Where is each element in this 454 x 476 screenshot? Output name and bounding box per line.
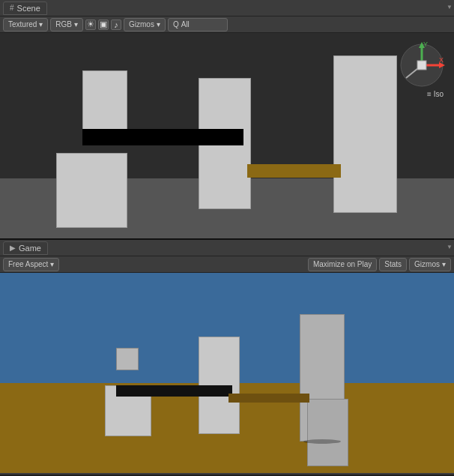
maximize-on-play-label: Maximize on Play xyxy=(313,260,372,268)
scene-box-left-top xyxy=(82,70,127,130)
game-brown-rod xyxy=(228,394,309,403)
sun-button[interactable]: ☀ xyxy=(85,19,96,30)
game-panel: ▶ Game ▼ Free Aspect ▾ Maximize on Play … xyxy=(0,240,454,475)
shading-mode-arrow: ▾ xyxy=(39,20,43,28)
gizmos-label: Gizmos xyxy=(129,20,154,28)
color-mode-arrow: ▾ xyxy=(74,20,78,28)
color-mode-label: RGB xyxy=(55,20,72,28)
scene-gizmo[interactable]: Y X xyxy=(396,39,448,91)
scene-box-left-bottom xyxy=(56,153,127,228)
game-gizmos-arrow: ▾ xyxy=(442,260,446,268)
scene-box-right xyxy=(333,55,397,213)
stats-button[interactable]: Stats xyxy=(379,258,407,271)
game-panel-collapse-icon[interactable]: ▼ xyxy=(447,244,453,250)
scene-tab[interactable]: # Scene xyxy=(3,1,47,15)
game-shadow xyxy=(303,439,341,444)
gizmos-arrow: ▾ xyxy=(157,20,160,28)
search-value: All xyxy=(181,20,190,28)
gizmo-svg: Y X xyxy=(396,39,448,91)
scene-panel: # Scene ▼ Textured ▾ RGB ▾ ☀ ▣ ♪ Gizmos … xyxy=(0,0,454,240)
scene-tab-bar: # Scene ▼ xyxy=(0,0,454,16)
search-prefix: Q xyxy=(173,20,179,28)
game-gizmos-dropdown[interactable]: Gizmos ▾ xyxy=(409,258,451,271)
scene-brown-rod xyxy=(247,164,341,178)
scene-viewport[interactable]: Y X ≡ Iso xyxy=(0,33,454,238)
scene-toolbar: Textured ▾ RGB ▾ ☀ ▣ ♪ Gizmos ▾ Q All xyxy=(0,16,454,33)
svg-rect-6 xyxy=(417,61,426,70)
game-box-small-left xyxy=(116,348,139,370)
gizmos-dropdown[interactable]: Gizmos ▾ xyxy=(124,18,166,31)
aspect-dropdown[interactable]: Free Aspect ▾ xyxy=(3,258,59,271)
aspect-label: Free Aspect xyxy=(8,260,48,268)
game-gizmos-label: Gizmos xyxy=(414,260,440,268)
image-icon: ▣ xyxy=(100,19,107,29)
game-tab-label: Game xyxy=(19,244,41,253)
game-tab[interactable]: ▶ Game xyxy=(3,241,48,255)
scene-tab-icon: # xyxy=(10,4,14,12)
color-mode-dropdown[interactable]: RGB ▾ xyxy=(50,18,83,31)
image-effect-button[interactable]: ▣ xyxy=(98,19,109,30)
game-tab-icon: ▶ xyxy=(10,244,16,252)
svg-text:Y: Y xyxy=(423,40,428,48)
game-tab-bar: ▶ Game ▼ xyxy=(0,240,454,256)
audio-button[interactable]: ♪ xyxy=(111,19,121,30)
game-toolbar: Free Aspect ▾ Maximize on Play Stats Giz… xyxy=(0,256,454,273)
scene-tab-label: Scene xyxy=(17,4,40,13)
scene-iso-label: ≡ Iso xyxy=(427,90,444,98)
aspect-arrow: ▾ xyxy=(50,260,54,268)
shading-mode-dropdown[interactable]: Textured ▾ xyxy=(3,18,48,31)
sun-icon: ☀ xyxy=(87,19,94,29)
game-box-right-bottom xyxy=(307,399,348,466)
stats-label: Stats xyxy=(384,260,402,268)
scene-black-platform xyxy=(82,129,243,145)
shading-mode-label: Textured xyxy=(8,20,37,28)
game-black-platform xyxy=(116,385,232,397)
audio-icon: ♪ xyxy=(114,20,118,29)
scene-panel-collapse-icon[interactable]: ▼ xyxy=(447,4,453,10)
maximize-on-play-button[interactable]: Maximize on Play xyxy=(308,258,377,271)
game-viewport[interactable] xyxy=(0,273,454,473)
svg-text:X: X xyxy=(439,56,444,64)
search-field[interactable]: Q All xyxy=(168,18,228,31)
